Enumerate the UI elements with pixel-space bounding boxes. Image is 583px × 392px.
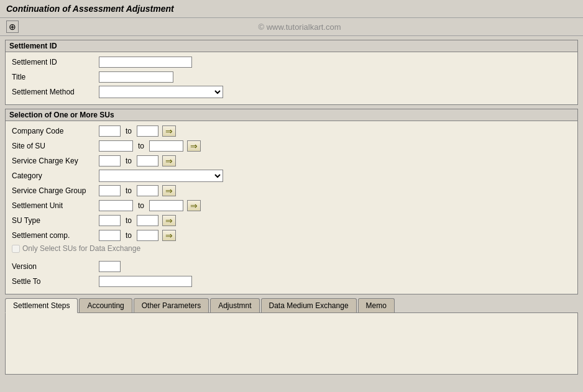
su-type-arrow[interactable]: ⇒	[162, 215, 176, 226]
site-su-row: Site of SU to ⇒	[12, 140, 571, 152]
tab-content-body	[6, 313, 577, 372]
settlement-method-label: Settlement Method	[12, 88, 99, 96]
company-code-row: Company Code to ⇒	[12, 125, 571, 137]
only-select-checkbox[interactable]	[12, 245, 20, 253]
tab-data-medium-exchange[interactable]: Data Medium Exchange	[261, 298, 357, 313]
tab-content-area	[5, 312, 578, 375]
version-label: Version	[12, 262, 99, 271]
settlement-comp-arrow[interactable]: ⇒	[162, 230, 176, 241]
service-charge-key-label: Service Charge Key	[12, 157, 99, 165]
settlement-id-row: Settlement ID	[12, 56, 571, 68]
company-code-to-label: to	[126, 127, 132, 135]
service-charge-group-from[interactable]	[99, 185, 121, 196]
tabs-container: Settlement Steps Accounting Other Parame…	[5, 298, 578, 375]
settlement-unit-arrow[interactable]: ⇒	[187, 200, 201, 211]
settlement-unit-to-label: to	[138, 201, 144, 210]
company-code-to[interactable]	[137, 125, 158, 137]
tab-accounting[interactable]: Accounting	[79, 298, 132, 313]
tab-other-parameters[interactable]: Other Parameters	[134, 298, 209, 313]
watermark: © www.tutorialkart.com	[22, 22, 577, 32]
company-code-arrow[interactable]: ⇒	[162, 125, 176, 137]
settlement-id-body: Settlement ID Title Settlement Method	[6, 52, 577, 104]
settlement-id-input[interactable]	[99, 57, 192, 68]
title-row: Title	[12, 71, 571, 83]
settle-to-label: Settle To	[12, 277, 99, 286]
service-charge-group-arrow[interactable]: ⇒	[162, 185, 176, 196]
tab-memo[interactable]: Memo	[358, 298, 395, 313]
site-su-to[interactable]	[149, 140, 183, 152]
settlement-unit-from[interactable]	[99, 200, 133, 211]
version-input[interactable]	[99, 261, 121, 272]
title-input[interactable]	[99, 71, 173, 83]
settlement-unit-label: Settlement Unit	[12, 201, 99, 210]
service-charge-key-from[interactable]	[99, 155, 121, 166]
settlement-method-row: Settlement Method	[12, 86, 571, 98]
category-select[interactable]	[99, 170, 223, 182]
main-content: Settlement ID Settlement ID Title Settle…	[0, 36, 583, 379]
settlement-method-select[interactable]	[99, 86, 223, 98]
site-su-label: Site of SU	[12, 142, 99, 150]
selection-title: Selection of One or More SUs	[6, 109, 577, 121]
settle-to-row: Settle To	[12, 275, 571, 288]
su-type-to[interactable]	[137, 215, 158, 226]
service-charge-group-row: Service Charge Group to ⇒	[12, 185, 571, 197]
settlement-comp-from[interactable]	[99, 230, 121, 241]
category-label: Category	[12, 171, 99, 180]
service-charge-key-to[interactable]	[137, 155, 158, 166]
settlement-comp-to[interactable]	[137, 230, 158, 241]
title-label: Title	[12, 73, 99, 81]
site-su-from[interactable]	[99, 140, 133, 152]
category-row: Category	[12, 170, 571, 182]
site-su-to-label: to	[138, 142, 144, 150]
title-bar: Continuation of Assessment Adjustment	[0, 0, 583, 18]
toolbar: ⊕ © www.tutorialkart.com	[0, 18, 583, 36]
service-charge-group-to[interactable]	[137, 185, 158, 196]
selection-body: Company Code to ⇒ Site of SU to ⇒ Servic…	[6, 121, 577, 294]
site-su-arrow[interactable]: ⇒	[187, 140, 201, 152]
service-charge-group-to-label: to	[126, 186, 132, 195]
checkbox-row: Only Select SUs for Data Exchange	[12, 244, 571, 253]
tab-adjustmnt[interactable]: Adjustmnt	[210, 298, 259, 313]
su-type-label: SU Type	[12, 216, 99, 225]
settlement-comp-row: Settlement comp. to ⇒	[12, 229, 571, 242]
su-type-to-label: to	[126, 216, 132, 225]
tabs-bar: Settlement Steps Accounting Other Parame…	[5, 298, 578, 313]
settlement-id-title: Settlement ID	[6, 40, 577, 52]
service-charge-group-label: Service Charge Group	[12, 186, 99, 195]
company-code-label: Company Code	[12, 127, 99, 135]
service-charge-key-to-label: to	[126, 157, 132, 165]
page-title: Continuation of Assessment Adjustment	[6, 4, 174, 14]
settlement-unit-row: Settlement Unit to ⇒	[12, 199, 571, 212]
settlement-comp-label: Settlement comp.	[12, 231, 99, 240]
service-charge-key-arrow[interactable]: ⇒	[162, 155, 176, 166]
settle-to-input[interactable]	[99, 276, 192, 287]
settlement-unit-to[interactable]	[149, 200, 183, 211]
only-select-label: Only Select SUs for Data Exchange	[22, 244, 140, 253]
su-type-from[interactable]	[99, 215, 121, 226]
su-type-row: SU Type to ⇒	[12, 214, 571, 227]
selection-section: Selection of One or More SUs Company Cod…	[5, 109, 578, 294]
tab-settlement-steps[interactable]: Settlement Steps	[5, 298, 78, 313]
version-row: Version	[12, 260, 571, 273]
company-code-from[interactable]	[99, 125, 121, 137]
service-charge-key-row: Service Charge Key to ⇒	[12, 155, 571, 167]
toolbar-icon[interactable]: ⊕	[6, 21, 19, 33]
settlement-comp-to-label: to	[126, 231, 132, 240]
settlement-id-section: Settlement ID Settlement ID Title Settle…	[5, 40, 578, 105]
settlement-id-label: Settlement ID	[12, 58, 99, 66]
